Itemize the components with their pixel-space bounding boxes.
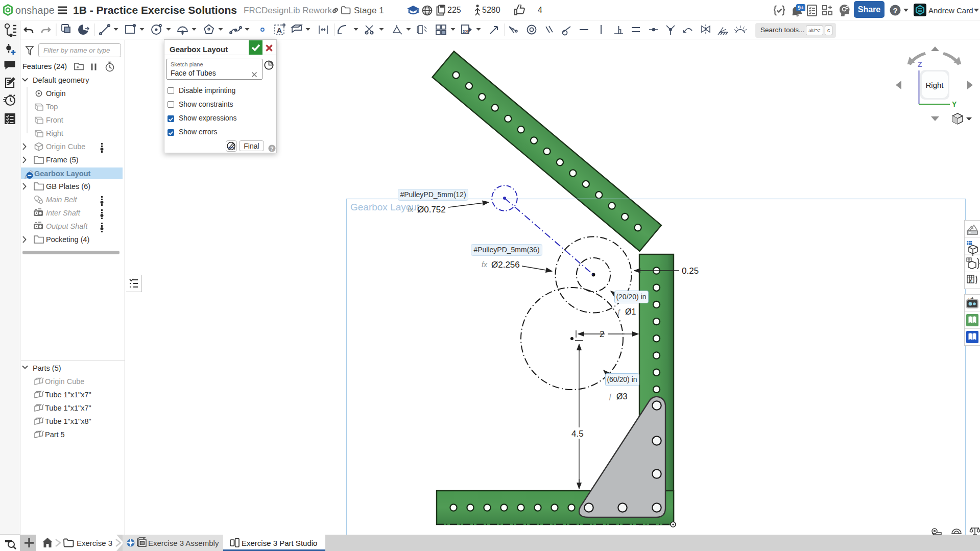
svg-text:Ø3: Ø3 — [616, 392, 627, 401]
svg-text:Default geometry: Default geometry — [33, 76, 89, 84]
svg-text:Search tools...: Search tools... — [760, 26, 804, 34]
svg-text:ƒ: ƒ — [617, 307, 621, 316]
svg-text:Right: Right — [925, 81, 944, 89]
svg-text:Right: Right — [46, 129, 63, 137]
svg-text:(60/20) in: (60/20) in — [607, 375, 637, 384]
svg-text:alt/⌥: alt/⌥ — [808, 28, 821, 33]
svg-text:Top: Top — [46, 103, 58, 111]
svg-text:2: 2 — [600, 329, 604, 339]
svg-text:fx: fx — [408, 205, 414, 213]
svg-text:(20/20) in: (20/20) in — [616, 293, 646, 301]
svg-text:Front: Front — [46, 116, 63, 124]
svg-text:Tube 1"x1"x8": Tube 1"x1"x8" — [45, 417, 91, 425]
svg-text:?: ? — [270, 146, 273, 152]
svg-text:Inter Shaft: Inter Shaft — [46, 209, 81, 217]
svg-text:Output Shaft: Output Shaft — [46, 222, 88, 230]
svg-text:x: x — [969, 277, 972, 283]
svg-text:Frame (5): Frame (5) — [46, 156, 79, 164]
svg-text:0.25: 0.25 — [682, 266, 699, 276]
svg-text:Pocketing (4): Pocketing (4) — [46, 235, 89, 244]
svg-text:Z: Z — [918, 60, 922, 68]
svg-text:DXF: DXF — [463, 30, 469, 33]
svg-text:A: A — [277, 26, 282, 35]
svg-text:#PulleyPD_5mm(12): #PulleyPD_5mm(12) — [400, 190, 466, 199]
svg-text:Origin Cube: Origin Cube — [46, 142, 85, 151]
svg-text:Part 5: Part 5 — [45, 430, 65, 439]
svg-text:9+: 9+ — [798, 5, 804, 11]
svg-text:Tube 1"x1"x7": Tube 1"x1"x7" — [45, 404, 91, 412]
svg-text:Ø0.752: Ø0.752 — [417, 205, 446, 214]
svg-text:Ø1: Ø1 — [625, 307, 636, 316]
svg-text:Origin: Origin — [46, 89, 66, 98]
svg-text:Ø2.256: Ø2.256 — [491, 260, 520, 270]
svg-text:ƒ: ƒ — [608, 392, 612, 400]
svg-text:Y: Y — [952, 100, 957, 108]
svg-text:Features (24): Features (24) — [22, 62, 67, 70]
svg-text:Main Belt: Main Belt — [46, 196, 77, 204]
svg-text:Filter by name or type: Filter by name or type — [43, 46, 110, 54]
svg-text:GB Plates (6): GB Plates (6) — [46, 182, 90, 190]
svg-text:Parts (5): Parts (5) — [33, 364, 61, 372]
svg-text:?: ? — [893, 6, 897, 15]
svg-text:▲▲: ▲▲ — [968, 297, 972, 300]
svg-text:c: c — [827, 27, 830, 33]
svg-text:fx: fx — [482, 260, 488, 269]
svg-text:Origin Cube: Origin Cube — [45, 377, 84, 386]
svg-text:Tube 1"x1"x7": Tube 1"x1"x7" — [45, 391, 91, 399]
svg-text:Gearbox Layout: Gearbox Layout — [34, 170, 91, 178]
svg-text:#PulleyPD_5mm(36): #PulleyPD_5mm(36) — [473, 246, 539, 254]
svg-text:4.5: 4.5 — [571, 429, 584, 439]
